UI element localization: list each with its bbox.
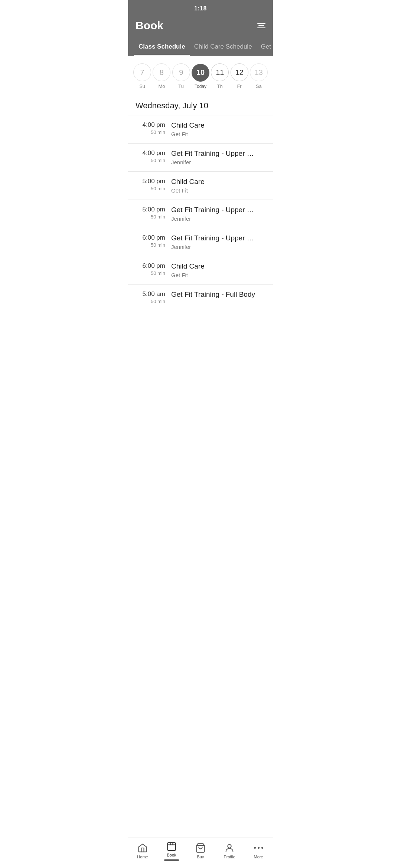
schedule-item[interactable]: 6:00 pm50 minChild CareGet Fit	[128, 256, 273, 284]
day-label: Tu	[178, 83, 184, 89]
time-duration: 50 min	[136, 270, 165, 276]
class-info: Get Fit Training - Upper …Jennifer	[171, 206, 265, 222]
day-number: 8	[153, 63, 170, 81]
class-info: Get Fit Training - Upper …Jennifer	[171, 234, 265, 250]
day-label: Sa	[256, 83, 262, 89]
selected-date: Wednesday, July 10	[128, 95, 273, 115]
time-duration: 50 min	[136, 158, 165, 163]
schedule-item[interactable]: 4:00 pm50 minChild CareGet Fit	[128, 115, 273, 143]
tab-get-fit[interactable]: Get Fit	[257, 38, 273, 56]
time-main: 5:00 am	[136, 290, 165, 298]
page-title: Book	[136, 19, 163, 32]
class-instructor: Get Fit	[171, 187, 265, 194]
time-main: 5:00 pm	[136, 178, 165, 185]
class-name: Child Care	[171, 121, 265, 129]
day-item-8[interactable]: 8Mo	[152, 63, 171, 89]
day-number: 7	[133, 63, 151, 81]
time-block: 4:00 pm50 min	[136, 149, 165, 163]
time-duration: 50 min	[136, 299, 165, 304]
time-duration: 50 min	[136, 242, 165, 248]
day-item-12[interactable]: 12Fr	[230, 63, 249, 89]
time-main: 4:00 pm	[136, 121, 165, 129]
schedule-item[interactable]: 5:00 am50 minGet Fit Training - Full Bod…	[128, 284, 273, 310]
calendar-section: 7Su8Mo9Tu10Today11Th12Fr13Sa	[128, 56, 273, 95]
day-selector: 7Su8Mo9Tu10Today11Th12Fr13Sa	[133, 63, 268, 89]
day-item-9[interactable]: 9Tu	[172, 63, 191, 89]
class-info: Child CareGet Fit	[171, 121, 265, 137]
class-name: Child Care	[171, 178, 265, 186]
class-name: Get Fit Training - Upper …	[171, 206, 265, 214]
time-block: 6:00 pm50 min	[136, 262, 165, 276]
day-label: Fr	[237, 83, 241, 89]
class-instructor: Get Fit	[171, 131, 265, 137]
day-label: Today	[195, 84, 206, 89]
filter-icon[interactable]	[257, 23, 265, 28]
time-duration: 50 min	[136, 129, 165, 135]
class-info: Get Fit Training - Upper …Jennifer	[171, 149, 265, 165]
day-item-11[interactable]: 11Th	[210, 63, 229, 89]
class-instructor: Get Fit	[171, 272, 265, 278]
day-item-10[interactable]: 10Today	[191, 64, 210, 89]
time-block: 4:00 pm50 min	[136, 121, 165, 135]
schedule-item[interactable]: 5:00 pm50 minChild CareGet Fit	[128, 171, 273, 200]
class-name: Get Fit Training - Upper …	[171, 149, 265, 158]
day-label: Th	[217, 83, 223, 89]
schedule-item[interactable]: 5:00 pm50 minGet Fit Training - Upper …J…	[128, 200, 273, 228]
day-number: 13	[250, 63, 268, 81]
class-name: Child Care	[171, 262, 265, 270]
time-main: 6:00 pm	[136, 262, 165, 270]
time-main: 4:00 pm	[136, 149, 165, 157]
status-time: 1:18	[194, 5, 207, 11]
schedule-item[interactable]: 4:00 pm50 minGet Fit Training - Upper …J…	[128, 143, 273, 171]
day-item-7[interactable]: 7Su	[133, 63, 152, 89]
time-main: 6:00 pm	[136, 234, 165, 241]
schedule-item[interactable]: 6:00 pm50 minGet Fit Training - Upper …J…	[128, 228, 273, 256]
day-number: 9	[172, 63, 190, 81]
class-instructor: Jennifer	[171, 216, 265, 222]
time-duration: 50 min	[136, 214, 165, 220]
day-item-13[interactable]: 13Sa	[249, 63, 268, 89]
tab-child-care-schedule[interactable]: Child Care Schedule	[190, 38, 257, 56]
tab-class-schedule[interactable]: Class Schedule	[134, 38, 190, 56]
class-info: Get Fit Training - Full Body	[171, 290, 265, 300]
time-block: 5:00 pm50 min	[136, 206, 165, 220]
time-main: 5:00 pm	[136, 206, 165, 213]
schedule-list: 4:00 pm50 minChild CareGet Fit4:00 pm50 …	[128, 115, 273, 310]
day-label: Su	[139, 83, 145, 89]
day-number: 10	[192, 64, 209, 82]
tabs-nav: Class Schedule Child Care Schedule Get F…	[128, 38, 273, 56]
day-number: 12	[231, 63, 248, 81]
time-duration: 50 min	[136, 186, 165, 191]
class-info: Child CareGet Fit	[171, 262, 265, 278]
class-name: Get Fit Training - Upper …	[171, 234, 265, 242]
class-name: Get Fit Training - Full Body	[171, 290, 265, 299]
time-block: 5:00 pm50 min	[136, 178, 165, 191]
class-instructor: Jennifer	[171, 159, 265, 165]
day-number: 11	[211, 63, 229, 81]
day-label: Mo	[158, 83, 165, 89]
class-instructor: Jennifer	[171, 244, 265, 250]
class-info: Child CareGet Fit	[171, 178, 265, 194]
time-block: 5:00 am50 min	[136, 290, 165, 304]
time-block: 6:00 pm50 min	[136, 234, 165, 248]
